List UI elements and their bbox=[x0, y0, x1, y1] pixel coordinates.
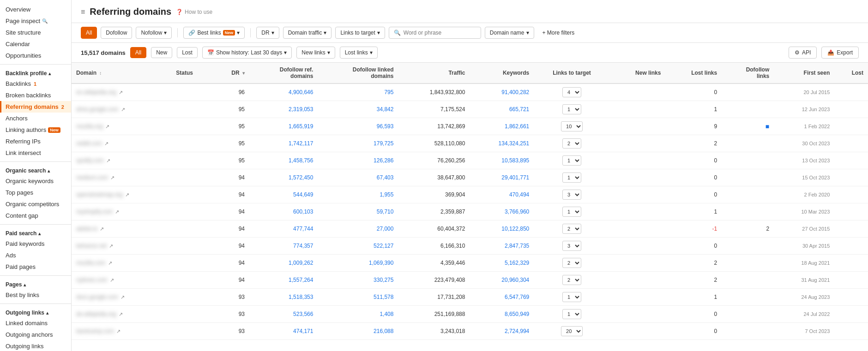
keywords-cell[interactable]: 134,324,251 bbox=[470, 135, 534, 152]
show-history-btn[interactable]: 📅 Show history: Last 30 days ▾ bbox=[202, 47, 292, 59]
sidebar-item-outgoing-links[interactable]: Outgoing links bbox=[0, 340, 71, 351]
keywords-link[interactable]: 2,724,994 bbox=[505, 328, 529, 334]
links-to-target-select[interactable]: 3 bbox=[562, 241, 581, 251]
dofollow-linked-cell[interactable]: 179,725 bbox=[318, 135, 398, 152]
domain-external-link[interactable]: ↗ bbox=[115, 209, 119, 214]
links-to-target-select[interactable]: 1 bbox=[562, 104, 581, 114]
dofollow-ref-link[interactable]: 477,744 bbox=[293, 226, 313, 232]
dofollow-ref-cell[interactable]: 1,458,756 bbox=[249, 152, 318, 169]
links-to-target-cell[interactable]: 3 bbox=[534, 186, 609, 203]
links-to-target-select[interactable]: 4 bbox=[562, 87, 581, 97]
domain-external-link[interactable]: ↗ bbox=[100, 226, 104, 232]
links-to-target-select[interactable]: 1 bbox=[562, 207, 581, 217]
dofollow-linked-link[interactable]: 1,955 bbox=[380, 191, 393, 198]
dofollow-linked-link[interactable]: 330,275 bbox=[374, 277, 393, 283]
col-domain[interactable]: Domain ↕ bbox=[72, 63, 171, 83]
links-to-target-cell[interactable]: 2 bbox=[534, 220, 609, 238]
sidebar-item-referring-ips[interactable]: Referring IPs bbox=[0, 136, 71, 147]
dofollow-ref-link[interactable]: 474,171 bbox=[293, 328, 313, 334]
dofollow-linked-cell[interactable]: 67,403 bbox=[318, 169, 398, 186]
keywords-link[interactable]: 20,960,304 bbox=[501, 277, 529, 283]
domain-external-link[interactable]: ↗ bbox=[108, 260, 112, 266]
sidebar-item-broken-backlinks[interactable]: Broken backlinks bbox=[0, 89, 71, 101]
links-to-target-select[interactable]: 2 bbox=[562, 224, 581, 234]
lost-links-btn[interactable]: Lost links ▾ bbox=[340, 47, 378, 59]
dofollow-ref-cell[interactable]: 1,009,262 bbox=[249, 255, 318, 272]
dofollow-linked-cell[interactable]: 1,955 bbox=[318, 186, 398, 203]
dofollow-linked-link[interactable]: 522,127 bbox=[374, 243, 393, 249]
lost-tab-btn[interactable]: Lost bbox=[177, 47, 198, 58]
dofollow-linked-cell[interactable]: 511,578 bbox=[318, 289, 398, 306]
all-tab-btn[interactable]: All bbox=[130, 47, 146, 58]
links-to-target-cell[interactable]: 2 bbox=[534, 272, 609, 289]
dofollow-linked-link[interactable]: 59,710 bbox=[377, 208, 394, 215]
keywords-link[interactable]: 8,650,949 bbox=[505, 311, 529, 317]
keywords-cell[interactable]: 91,400,282 bbox=[470, 83, 534, 101]
dofollow-linked-cell[interactable]: 522,127 bbox=[318, 238, 398, 255]
domain-external-link[interactable]: ↗ bbox=[106, 158, 110, 163]
search-input[interactable] bbox=[404, 30, 473, 36]
dofollow-ref-cell[interactable]: 474,171 bbox=[249, 323, 318, 340]
dofollow-ref-link[interactable]: 1,572,450 bbox=[289, 174, 313, 181]
links-to-target-cell[interactable]: 2 bbox=[534, 255, 609, 272]
dofollow-linked-cell[interactable]: 96,593 bbox=[318, 118, 398, 135]
dofollow-linked-cell[interactable]: 27,000 bbox=[318, 220, 398, 238]
col-lost-links[interactable]: Lost links bbox=[665, 63, 722, 83]
links-to-target-select[interactable]: 2 bbox=[562, 258, 581, 268]
dofollow-ref-link[interactable]: 1,009,262 bbox=[289, 260, 313, 266]
dofollow-linked-link[interactable]: 795 bbox=[384, 89, 393, 95]
col-dr[interactable]: DR ▾ bbox=[213, 63, 249, 83]
keywords-cell[interactable]: 2,847,735 bbox=[470, 238, 534, 255]
dofollow-linked-link[interactable]: 27,000 bbox=[377, 226, 394, 232]
dofollow-ref-cell[interactable]: 1,572,450 bbox=[249, 169, 318, 186]
sidebar-item-site-structure[interactable]: Site structure bbox=[0, 27, 71, 38]
nofollow-filter-btn[interactable]: Nofollow ▾ bbox=[136, 27, 172, 39]
dofollow-ref-link[interactable]: 2,319,053 bbox=[289, 106, 313, 113]
dofollow-ref-cell[interactable]: 4,900,646 bbox=[249, 83, 318, 101]
dofollow-linked-cell[interactable]: 1,069,390 bbox=[318, 255, 398, 272]
dofollow-ref-link[interactable]: 1,518,353 bbox=[289, 294, 313, 300]
best-links-filter-btn[interactable]: 🔗 Best links New ▾ bbox=[183, 27, 245, 39]
sidebar-item-anchors[interactable]: Anchors bbox=[0, 113, 71, 124]
more-filters-btn[interactable]: + More filters bbox=[538, 27, 579, 38]
search-box[interactable]: 🔍 bbox=[389, 27, 481, 39]
sidebar-item-paid-pages[interactable]: Paid pages bbox=[0, 261, 71, 273]
links-to-target-cell[interactable]: 1 bbox=[534, 306, 609, 323]
links-to-target-select[interactable]: 1 bbox=[562, 309, 581, 319]
sidebar-item-referring-domains[interactable]: Referring domains 2 bbox=[0, 101, 71, 113]
keywords-cell[interactable]: 665,721 bbox=[470, 101, 534, 118]
links-to-target-cell[interactable]: 1 bbox=[534, 203, 609, 220]
col-traffic[interactable]: Traffic bbox=[398, 63, 470, 83]
dofollow-ref-link[interactable]: 544,649 bbox=[293, 191, 313, 198]
keywords-cell[interactable]: 8,650,949 bbox=[470, 306, 534, 323]
links-to-target-cell[interactable]: 3 bbox=[534, 238, 609, 255]
dofollow-linked-link[interactable]: 511,578 bbox=[374, 294, 393, 300]
links-to-target-cell[interactable]: 1 bbox=[534, 289, 609, 306]
dofollow-linked-cell[interactable]: 795 bbox=[318, 83, 398, 101]
keywords-link[interactable]: 10,583,895 bbox=[501, 157, 529, 164]
keywords-link[interactable]: 5,162,329 bbox=[505, 260, 529, 266]
keywords-cell[interactable]: 20,960,304 bbox=[470, 272, 534, 289]
dofollow-linked-cell[interactable]: 216,088 bbox=[318, 323, 398, 340]
domain-external-link[interactable]: ↗ bbox=[116, 328, 121, 334]
api-btn[interactable]: ⚙ API bbox=[789, 47, 817, 59]
links-to-target-select[interactable]: 1 bbox=[562, 155, 581, 166]
keywords-cell[interactable]: 10,583,895 bbox=[470, 152, 534, 169]
sidebar-item-page-inspect[interactable]: Page inspect 🔍 bbox=[0, 15, 71, 27]
keywords-cell[interactable]: 5,162,329 bbox=[470, 255, 534, 272]
domain-external-link[interactable]: ↗ bbox=[110, 175, 115, 180]
col-links-to-target[interactable]: Links to target bbox=[534, 63, 609, 83]
domain-external-link[interactable]: ↗ bbox=[119, 311, 123, 317]
keywords-link[interactable]: 10,122,850 bbox=[501, 226, 529, 232]
domain-external-link[interactable]: ↗ bbox=[110, 277, 114, 283]
sidebar-item-outgoing-anchors[interactable]: Outgoing anchors bbox=[0, 329, 71, 340]
keywords-link[interactable]: 470,494 bbox=[509, 191, 529, 198]
dofollow-linked-link[interactable]: 96,593 bbox=[377, 123, 394, 130]
keywords-link[interactable]: 3,766,960 bbox=[505, 208, 529, 215]
dofollow-ref-cell[interactable]: 1,557,264 bbox=[249, 272, 318, 289]
dofollow-ref-cell[interactable]: 2,319,053 bbox=[249, 101, 318, 118]
col-dofollow-linked[interactable]: Dofollow linkeddomains bbox=[318, 63, 398, 83]
dofollow-linked-link[interactable]: 1,069,390 bbox=[369, 260, 393, 266]
domain-external-link[interactable]: ↗ bbox=[109, 243, 113, 249]
col-keywords[interactable]: Keywords bbox=[470, 63, 534, 83]
